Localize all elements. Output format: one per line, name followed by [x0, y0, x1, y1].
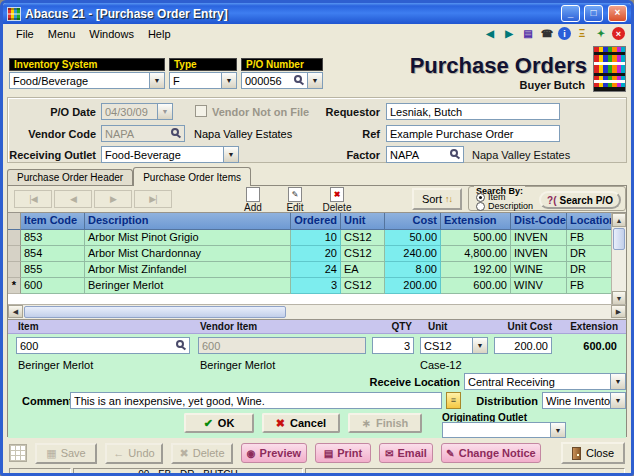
comment-input[interactable]: [71, 395, 441, 407]
magnifier-icon[interactable]: [450, 149, 458, 157]
cell[interactable]: 10: [291, 230, 341, 246]
cell[interactable]: 855: [21, 262, 85, 278]
tab-purchase-order-header[interactable]: Purchase Order Header: [7, 169, 133, 185]
cell[interactable]: 24: [291, 262, 341, 278]
cell[interactable]: DR: [567, 262, 612, 278]
table-row[interactable]: 854Arbor Mist Chardonnay20CS12240.004,80…: [8, 246, 626, 262]
cell[interactable]: Arbor Mist Zinfandel: [85, 262, 291, 278]
requestor-field[interactable]: [386, 103, 560, 120]
qty-input[interactable]: [373, 340, 413, 352]
table-row[interactable]: 853Arbor Mist Pinot Grigio10CS1250.00500…: [8, 230, 626, 246]
type-select[interactable]: F ▼: [169, 72, 237, 89]
cell[interactable]: INVEN: [511, 230, 567, 246]
receiving-outlet-select[interactable]: Food-Beverage ▼: [101, 146, 239, 163]
chevron-down-icon[interactable]: ▼: [472, 338, 487, 353]
chevron-down-icon[interactable]: ▼: [610, 374, 625, 389]
cell[interactable]: 4,800.00: [441, 246, 511, 262]
scales-icon[interactable]: Ξ: [574, 26, 590, 41]
cell[interactable]: INVEN: [511, 246, 567, 262]
scroll-up-icon[interactable]: ▲: [612, 213, 626, 227]
cell[interactable]: Arbor Mist Pinot Grigio: [85, 230, 291, 246]
menu-file[interactable]: File: [9, 27, 41, 41]
magnifier-icon[interactable]: [171, 128, 179, 136]
ref-input[interactable]: [387, 128, 559, 140]
radio-search-description-label[interactable]: Description: [488, 201, 533, 211]
edit-button[interactable]: ✎ Edit: [276, 187, 314, 213]
menu-help[interactable]: Help: [141, 27, 178, 41]
tab-purchase-order-items[interactable]: Purchase Order Items: [133, 167, 251, 186]
ok-button[interactable]: ✔ OK: [184, 413, 254, 433]
preview-button[interactable]: ◉ Preview: [241, 443, 307, 463]
cell[interactable]: 500.00: [441, 230, 511, 246]
cell[interactable]: Beringer Merlot: [85, 278, 291, 294]
chevron-down-icon[interactable]: ▼: [610, 393, 625, 408]
column-header-extension[interactable]: Extension: [441, 213, 511, 230]
cell[interactable]: Arbor Mist Chardonnay: [85, 246, 291, 262]
column-header-description[interactable]: Description: [85, 213, 291, 230]
book-icon[interactable]: ▤: [520, 26, 536, 41]
back-icon[interactable]: ◀: [482, 26, 498, 41]
magnifier-icon[interactable]: [176, 340, 184, 348]
minimize-button[interactable]: _: [561, 5, 580, 22]
item-input[interactable]: [17, 340, 174, 352]
distribution-select[interactable]: Wine Inventory ▼: [542, 392, 626, 409]
cell[interactable]: 853: [21, 230, 85, 246]
column-header-item-code[interactable]: Item Code: [21, 213, 85, 230]
cell[interactable]: FB: [567, 278, 612, 294]
menu-menu[interactable]: Menu: [41, 27, 83, 41]
column-header-unit[interactable]: Unit: [341, 213, 385, 230]
add-button[interactable]: Add: [234, 187, 272, 213]
qty-field[interactable]: [372, 337, 414, 354]
cell[interactable]: WINV: [511, 278, 567, 294]
email-button[interactable]: ✉ Email: [379, 443, 433, 463]
info-icon[interactable]: i: [558, 27, 571, 40]
cell[interactable]: CS12: [341, 230, 385, 246]
exit-icon[interactable]: ×: [612, 27, 625, 40]
unit-cost-field[interactable]: [494, 337, 552, 354]
change-notice-button[interactable]: ✎ Change Notice: [441, 443, 541, 463]
grid-view-button[interactable]: [9, 444, 27, 462]
column-header-dist-code[interactable]: Dist-Code: [511, 213, 567, 230]
ref-field[interactable]: [386, 125, 560, 142]
search-po-button[interactable]: ?( Search P/O: [539, 191, 621, 209]
receive-location-select[interactable]: Central Receiving ▼: [464, 373, 626, 390]
unit-cost-input[interactable]: [495, 340, 551, 352]
print-button[interactable]: ▤ Print: [315, 443, 371, 463]
cell[interactable]: 20: [291, 246, 341, 262]
table-row[interactable]: 855Arbor Mist Zinfandel24EA8.00192.00WIN…: [8, 262, 626, 278]
cell[interactable]: 854: [21, 246, 85, 262]
item-field[interactable]: [16, 337, 190, 354]
cell[interactable]: WINE: [511, 262, 567, 278]
column-header-location[interactable]: Location: [567, 213, 612, 230]
delete-button[interactable]: ✖ Delete: [318, 187, 356, 213]
inventory-system-select[interactable]: Food/Beverage ▼: [9, 72, 165, 89]
close-button[interactable]: Close: [561, 442, 625, 464]
scroll-down-icon[interactable]: ▼: [612, 291, 626, 305]
requestor-input[interactable]: [387, 106, 559, 118]
forward-icon[interactable]: ▶: [501, 26, 517, 41]
vertical-scrollbar[interactable]: ▲ ▼: [611, 213, 626, 305]
cell[interactable]: CS12: [341, 246, 385, 262]
cell[interactable]: CS12: [341, 278, 385, 294]
cell[interactable]: 192.00: [441, 262, 511, 278]
cell[interactable]: EA: [341, 262, 385, 278]
comment-note-button[interactable]: ≡: [446, 392, 461, 409]
cell[interactable]: 600.00: [441, 278, 511, 294]
chevron-down-icon[interactable]: ▼: [221, 73, 236, 88]
chevron-down-icon[interactable]: ▼: [223, 147, 238, 162]
chevron-down-icon[interactable]: ▼: [149, 73, 164, 88]
cell[interactable]: 8.00: [385, 262, 441, 278]
factor-field[interactable]: NAPA: [386, 146, 464, 163]
cancel-button[interactable]: ✖ Cancel: [262, 413, 340, 433]
column-header-ordered[interactable]: Ordered: [291, 213, 341, 230]
scroll-left-icon[interactable]: ◀: [8, 305, 23, 318]
menu-windows[interactable]: Windows: [82, 27, 141, 41]
originating-outlet-select[interactable]: ▼: [442, 422, 566, 438]
cell[interactable]: DR: [567, 246, 612, 262]
po-number-field[interactable]: 000056 ▼: [241, 72, 323, 89]
close-window-button[interactable]: ×: [608, 5, 627, 22]
comment-field[interactable]: [70, 392, 442, 409]
unit-select[interactable]: CS12 ▼: [420, 337, 488, 354]
chevron-down-icon[interactable]: ▼: [307, 73, 322, 88]
cell[interactable]: 3: [291, 278, 341, 294]
